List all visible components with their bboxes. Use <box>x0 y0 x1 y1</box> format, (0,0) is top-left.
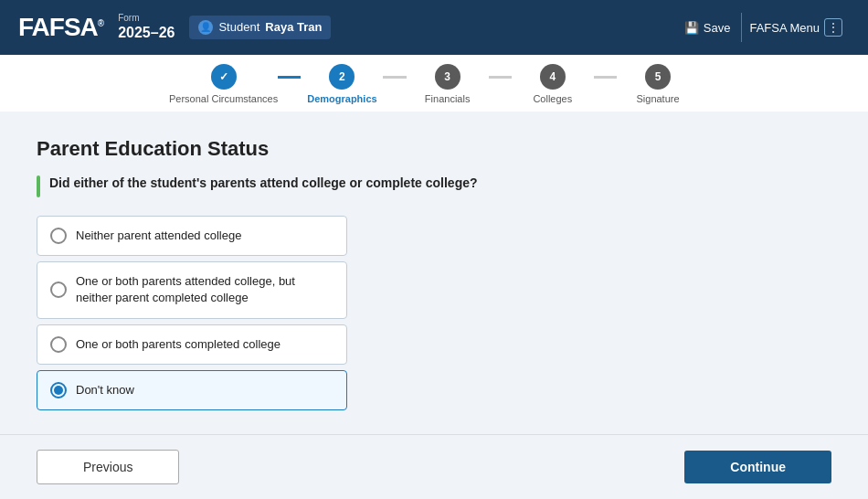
step-3-circle: 3 <box>435 64 460 90</box>
progress-bar-area: ✓ Personal Circumstances 2 Demographics … <box>0 55 868 111</box>
step-4-label: Colleges <box>533 93 572 104</box>
step-2-label: Demographics <box>307 93 376 104</box>
student-badge[interactable]: 👤 Student Raya Tran <box>189 16 331 39</box>
form-label: Form <box>118 12 175 24</box>
progress-inner: ✓ Personal Circumstances 2 Demographics … <box>169 64 699 104</box>
fafsa-logo: FAFSA® <box>18 15 103 40</box>
form-year: 2025–26 <box>118 24 175 43</box>
fafsa-menu-label: FAFSA Menu <box>749 21 820 35</box>
fafsa-menu-button[interactable]: FAFSA Menu ⋮ <box>741 13 850 42</box>
step-2-circle: 2 <box>329 64 355 90</box>
continue-button[interactable]: Continue <box>684 451 831 483</box>
step-financials[interactable]: 3 Financials <box>407 64 489 104</box>
question-text: Did either of the student's parents atte… <box>49 175 478 190</box>
line-3-4 <box>489 76 512 79</box>
save-button[interactable]: 💾 Save <box>673 16 742 40</box>
line-2-3 <box>383 76 406 79</box>
main-content: Parent Education Status Did either of th… <box>0 111 868 436</box>
radio-circle-3 <box>50 336 67 353</box>
radio-options: Neither parent attended college One or b… <box>37 216 347 410</box>
header: FAFSA® Form 2025–26 👤 Student Raya Tran … <box>0 0 868 55</box>
option-neither-parent[interactable]: Neither parent attended college <box>37 216 347 256</box>
step-4-circle: 4 <box>540 64 566 90</box>
line-4-5 <box>594 76 617 79</box>
form-year-block: Form 2025–26 <box>118 12 175 43</box>
progress-container: ✓ Personal Circumstances 2 Demographics … <box>0 55 868 111</box>
reg-symbol: ® <box>98 18 103 28</box>
step-1-circle: ✓ <box>211 64 237 90</box>
step-signature[interactable]: 5 Signature <box>617 64 699 104</box>
step-5-label: Signature <box>636 93 679 104</box>
save-icon: 💾 <box>684 21 699 35</box>
step-demographics[interactable]: 2 Demographics <box>301 64 383 104</box>
step-1-label: Personal Circumstances <box>169 93 278 104</box>
question-block: Did either of the student's parents atte… <box>37 175 831 197</box>
step-personal-circumstances[interactable]: ✓ Personal Circumstances <box>169 64 278 104</box>
radio-circle-1 <box>50 228 67 244</box>
option-dont-know[interactable]: Don't know <box>37 370 347 410</box>
save-label: Save <box>704 21 731 35</box>
fafsa-brand: FAFSA® <box>18 15 103 40</box>
option-completed[interactable]: One or both parents completed college <box>37 324 347 365</box>
menu-dots-icon: ⋮ <box>824 18 842 37</box>
footer: Previous Continue <box>0 434 868 499</box>
step-colleges[interactable]: 4 Colleges <box>512 64 594 104</box>
line-1-2 <box>278 76 301 79</box>
step-3-label: Financials <box>425 93 471 104</box>
radio-circle-4 <box>50 382 67 398</box>
radio-selected-dot <box>54 386 63 395</box>
student-label: Student <box>218 20 259 34</box>
student-name: Raya Tran <box>265 20 322 34</box>
previous-button[interactable]: Previous <box>37 450 179 484</box>
option-3-label: One or both parents completed college <box>76 336 281 353</box>
header-left: FAFSA® Form 2025–26 👤 Student Raya Tran <box>18 12 331 43</box>
step-5-circle: 5 <box>645 64 671 90</box>
page-title: Parent Education Status <box>37 137 831 161</box>
option-2-label: One or both parents attended college, bu… <box>76 273 333 306</box>
radio-circle-2 <box>50 281 67 298</box>
green-bar-icon <box>37 175 40 197</box>
person-icon: 👤 <box>198 20 213 35</box>
option-4-label: Don't know <box>76 382 134 398</box>
option-attended-not-completed[interactable]: One or both parents attended college, bu… <box>37 261 347 318</box>
header-right: 💾 Save FAFSA Menu ⋮ <box>673 13 850 42</box>
option-1-label: Neither parent attended college <box>76 228 241 244</box>
